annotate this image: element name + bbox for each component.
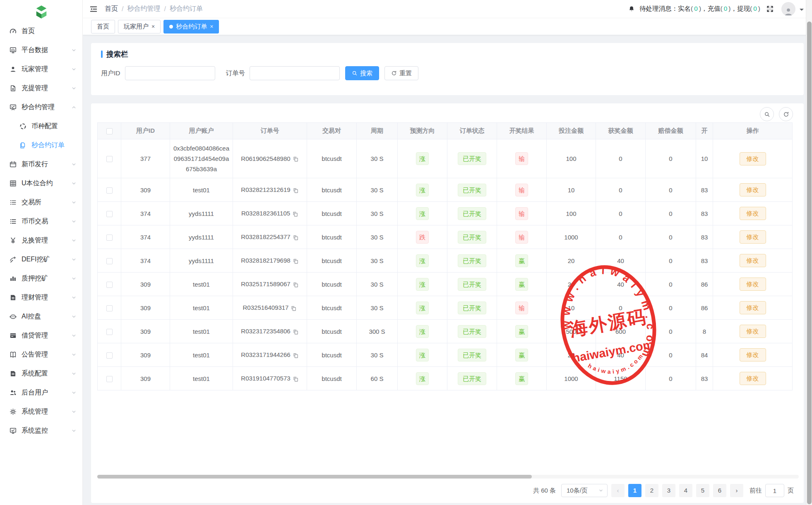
page-button-2[interactable]: 2 [645,484,658,497]
fullscreen-icon[interactable] [766,5,774,13]
page-button-3[interactable]: 3 [662,484,675,497]
order-no-input[interactable] [250,66,340,80]
top-navbar: 首页/秒合约管理/秒合约订单 待处理消息：实名(0)，充值(0)，提现(0) [83,0,812,18]
sidebar-item-swap-manage[interactable]: 兑换管理 [0,231,82,250]
row-checkbox[interactable] [106,187,113,194]
prev-page-button[interactable]: ‹ [611,484,625,497]
sidebar-item-platform-data[interactable]: 平台数据 [0,41,82,60]
sidebar-item-announcement[interactable]: 公告管理 [0,345,82,364]
edit-button[interactable]: 修改 [740,325,766,338]
copy-icon[interactable] [293,235,299,241]
row-checkbox[interactable] [106,376,113,382]
page-button-5[interactable]: 5 [696,484,709,497]
edit-button[interactable]: 修改 [740,372,766,385]
row-checkbox[interactable] [106,235,113,241]
sidebar-item-spot-trade[interactable]: 币币交易 [0,212,82,231]
row-checkbox[interactable] [106,305,113,311]
edit-button[interactable]: 修改 [740,230,766,244]
close-icon[interactable]: × [210,24,213,29]
edit-button[interactable]: 修改 [740,254,766,267]
bell-icon[interactable] [628,5,635,13]
row-checkbox[interactable] [106,211,113,217]
select-all-checkbox[interactable] [106,128,113,134]
page-button-1[interactable]: 1 [628,484,641,497]
next-page-button[interactable]: › [730,484,743,497]
row-checkbox[interactable] [106,258,113,264]
copy-icon[interactable] [291,305,297,311]
search-button[interactable]: 搜索 [345,66,379,80]
sidebar-item-lending[interactable]: 借贷管理 [0,326,82,345]
user-id-input[interactable] [125,66,215,80]
sidebar-item-seconds-orders[interactable]: 秒合约订单 [0,136,82,155]
sidebar-toggle-icon[interactable] [89,5,98,14]
row-checkbox[interactable] [106,156,113,162]
tab-玩家用户[interactable]: 玩家用户× [118,20,161,34]
edit-button[interactable]: 修改 [740,152,766,165]
copy-icon[interactable] [293,329,299,335]
chevron-down-icon[interactable] [800,9,804,13]
page-button-6[interactable]: 6 [713,484,726,497]
sidebar-item-new-coin[interactable]: 新币发行 [0,155,82,174]
copy-icon[interactable] [293,352,299,359]
status-cell: 已开奖 [447,320,497,343]
edit-button[interactable]: 修改 [740,207,766,220]
vertical-scrollbar-thumb[interactable] [807,22,812,504]
main-content: 搜索栏 用户ID 订单号 搜索 重置 用户ID用户账户订单号交易对周期预测方向订… [83,35,806,505]
edit-button[interactable]: 修改 [740,348,766,361]
sidebar-item-finance[interactable]: 理财管理 [0,288,82,307]
sidebar-item-coin-config[interactable]: 币种配置 [0,117,82,136]
horizontal-scrollbar-thumb[interactable] [97,475,532,479]
row-checkbox[interactable] [106,329,113,335]
table-refresh-button[interactable] [779,107,793,121]
copy-icon[interactable] [293,282,299,288]
breadcrumb-item[interactable]: 秒合约管理 [127,5,160,13]
sidebar-item-home[interactable]: 首页 [0,22,82,41]
sidebar-item-admin-users[interactable]: 后台用户 [0,383,82,402]
account-cell: yyds1111 [170,249,233,273]
sidebar-item-system-monitor[interactable]: 系统监控 [0,421,82,440]
compensate-amount-cell: 0 [646,320,696,343]
edit-button[interactable]: 修改 [740,183,766,196]
copy-icon[interactable] [293,376,299,382]
sidebar-item-defi-mining[interactable]: DEFI挖矿 [0,250,82,269]
sidebar-item-deposit-withdraw[interactable]: 充提管理 [0,79,82,98]
order-no-cell: R0323171944266 [233,343,307,367]
sidebar-item-seconds-contract[interactable]: 秒合约管理 [0,98,82,117]
goto-page-input[interactable] [765,484,784,497]
sidebar-item-player-manage[interactable]: 玩家管理 [0,60,82,79]
tab-首页[interactable]: 首页 [91,20,115,34]
table-search-button[interactable] [760,107,774,121]
row-checkbox[interactable] [106,282,113,288]
row-select-cell [98,249,121,273]
compensate-amount-cell: 0 [646,249,696,273]
sidebar-item-system-config[interactable]: 系统配置 [0,364,82,383]
orders-table-panel: 用户ID用户账户订单号交易对周期预测方向订单状态开奖结果投注金额获奖金额赔偿金额… [91,103,804,503]
compensate-amount-cell: 0 [646,139,696,178]
win-amount-cell: 40 [596,249,646,273]
edit-button[interactable]: 修改 [740,301,766,314]
new-coin-icon [9,160,17,168]
edit-button[interactable]: 修改 [740,278,766,291]
copy-icon[interactable] [292,211,298,217]
close-icon[interactable]: × [151,24,155,29]
row-checkbox[interactable] [106,352,113,359]
copy-icon[interactable] [293,258,299,264]
copy-icon[interactable] [293,156,299,162]
page-button-4[interactable]: 4 [679,484,692,497]
page-size-select[interactable]: 10条/页 [561,484,608,497]
breadcrumb-item[interactable]: 首页 [105,5,118,13]
tab-秒合约订单[interactable]: 秒合约订单× [163,20,219,34]
copy-icon[interactable] [293,187,299,194]
sidebar-item-label: 系统配置 [22,369,71,378]
reset-button[interactable]: 重置 [384,66,418,80]
row-select-cell [98,139,121,178]
table-row: 309test01R0323171944266btcusdt30 S涨已开奖赢2… [98,343,793,367]
status-cell: 已开奖 [447,178,497,202]
sidebar-item-system-manage[interactable]: 系统管理 [0,402,82,421]
sidebar-item-usdt-contract[interactable]: U本位合约 [0,174,82,193]
sidebar-item-ai-control[interactable]: AI控盘 [0,307,82,326]
action-cell: 修改 [713,202,793,225]
avatar[interactable] [781,2,795,16]
sidebar-item-staking[interactable]: 质押挖矿 [0,269,82,288]
sidebar-item-exchange[interactable]: 交易所 [0,193,82,212]
